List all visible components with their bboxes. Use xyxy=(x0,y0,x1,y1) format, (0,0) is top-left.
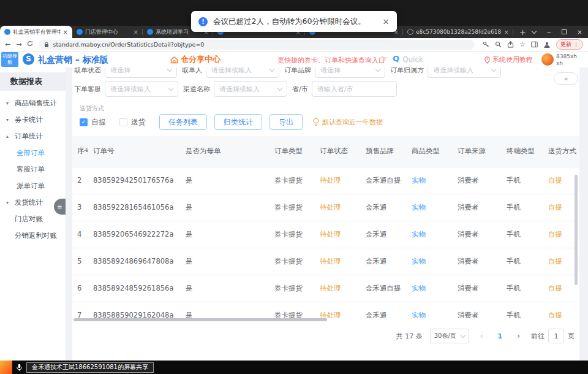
cell-seq: 4 xyxy=(72,221,88,248)
cell-delivery: 自提 xyxy=(543,302,579,318)
filter-select[interactable]: 请选择或输入 xyxy=(105,81,178,97)
zoom-icon[interactable] xyxy=(495,41,502,48)
cell-product_type[interactable]: 实物 xyxy=(407,221,453,248)
browser-tab[interactable]: e8c573080b1328a258fd2e618× xyxy=(403,26,513,38)
sidebar-collapse-handle[interactable]: ≡ xyxy=(54,199,66,215)
sidebar-item-门店对账[interactable]: 门店对账 xyxy=(0,211,66,227)
delivery-checkbox-label[interactable]: 送货 xyxy=(131,117,146,128)
tab-close-icon[interactable]: × xyxy=(134,29,138,36)
filter-row-1: 取单状态请选择取单人请选择或输入订单品牌请选择订单归属方请选择或输入 xyxy=(74,67,501,78)
export-button[interactable]: 导出 xyxy=(270,114,303,130)
cell-brand: 金禾通 xyxy=(361,302,407,318)
back-icon[interactable]: ← xyxy=(5,40,10,48)
tutorial-link[interactable]: 系统使用教程 xyxy=(484,55,533,64)
table-row: 783858859029162048a是券卡提货待处理金禾通实物消费者手机自提 xyxy=(72,302,579,318)
cell-product_type[interactable]: 实物 xyxy=(407,302,453,318)
table-header-row: 序号订单号是否为母单订单类型订单状态预售品牌商品类型订单来源终端类型送货方式 xyxy=(72,136,579,167)
sidebar-item-label: 全部订单 xyxy=(17,148,45,158)
side-panel-icon[interactable] xyxy=(531,41,538,48)
chevron-down-icon xyxy=(460,332,465,337)
prev-page-button[interactable]: ‹ xyxy=(477,332,487,340)
filter-label: 订单品牌 xyxy=(284,67,311,75)
filter-select[interactable]: 请选择 xyxy=(315,67,385,78)
sidebar-item-券卡统计[interactable]: ▾券卡统计 xyxy=(0,112,66,128)
quick-search-label[interactable]: Quick xyxy=(402,55,423,64)
sidebar-item-派单订单[interactable]: 派单订单 xyxy=(0,178,66,194)
cell-product_type[interactable]: 实物 xyxy=(407,275,453,302)
user-avatar[interactable] xyxy=(541,53,554,66)
cell-order_no: 83859228165461056a xyxy=(88,194,181,221)
filter-label: 取单状态 xyxy=(74,67,101,75)
new-tab-button[interactable]: + xyxy=(513,26,532,38)
vertical-scrollbar[interactable] xyxy=(575,175,578,285)
cell-product_type[interactable]: 实物 xyxy=(407,194,453,221)
sidebar-item-分销返利对账[interactable]: 分销返利对账 xyxy=(0,227,66,244)
window-restore-button[interactable] xyxy=(562,29,567,34)
expand-filters-button[interactable]: » xyxy=(554,72,578,85)
share-icon[interactable] xyxy=(507,41,514,48)
filter-select[interactable]: 请选择或输入 xyxy=(206,67,279,78)
share-center-link[interactable]: 仓分享中心 xyxy=(170,54,221,65)
microphone-icon[interactable] xyxy=(16,364,23,372)
task-list-button[interactable]: 任务列表 xyxy=(159,114,207,130)
tab-close-icon[interactable]: × xyxy=(63,29,68,36)
reload-icon[interactable] xyxy=(27,40,33,48)
sidebar-item-全部订单[interactable]: 全部订单 xyxy=(0,145,66,161)
filter-select[interactable]: 请选择 xyxy=(105,67,177,78)
function-nav-button[interactable]: 功能导航 xyxy=(1,52,18,67)
filter-field: 渠道名称请选择或输入 xyxy=(183,81,287,97)
table-body: 283859294250176576a是券卡提货待处理金禾通自提实物消费者手机自… xyxy=(72,167,579,318)
cell-type: 券卡提货 xyxy=(270,275,315,302)
placeholder: 请选择或输入 xyxy=(433,67,473,75)
page-size-select[interactable]: 30条/页 xyxy=(430,329,469,343)
pin-icon xyxy=(484,56,490,64)
sidebar-item-label: 发货统计 xyxy=(15,198,43,207)
chevron-up-icon: ▴ xyxy=(6,134,12,139)
cell-terminal: 手机 xyxy=(502,302,543,318)
filter-select[interactable]: 请选择或输入 xyxy=(428,67,501,78)
warehouse-icon xyxy=(170,56,178,64)
tab-close-icon[interactable]: × xyxy=(504,29,509,36)
query-tip: 默认查询近一年数据 xyxy=(312,118,383,127)
cell-seq: 6 xyxy=(72,275,88,302)
key-icon[interactable] xyxy=(483,41,489,48)
browser-tab[interactable]: 礼盒营销平台管理中心× xyxy=(0,26,72,38)
tab-title: e8c573080b1328a258fd2e618 xyxy=(416,29,502,35)
cell-product_type[interactable]: 实物 xyxy=(407,248,453,275)
kebab-menu-icon[interactable]: ⋮ xyxy=(573,42,579,48)
filter-label: 下单客服 xyxy=(74,85,101,94)
cell-brand: 金禾通 xyxy=(361,221,407,248)
profile-icon[interactable] xyxy=(543,41,551,48)
url-bar[interactable]: standard.maboy.cn/OrderStatisticsDetail?… xyxy=(39,40,475,50)
pickup-checkbox-label[interactable]: 自提 xyxy=(91,117,106,128)
filter-field: 省/市请输入省/市 xyxy=(292,81,397,97)
forward-icon[interactable]: → xyxy=(16,40,21,48)
category-stats-button[interactable]: 归类统计 xyxy=(214,114,262,130)
cell-status: 待处理 xyxy=(315,275,361,302)
cell-brand: 金禾通 xyxy=(361,194,407,221)
browser-tab[interactable]: 门店管理中心× xyxy=(72,26,143,38)
bookmark-star-icon[interactable]: ☆ xyxy=(519,40,526,48)
filter-input[interactable]: 请输入省/市 xyxy=(312,81,397,97)
horizontal-scrollbar[interactable] xyxy=(74,318,327,321)
delivery-checkbox[interactable] xyxy=(119,118,127,126)
sidebar-item-订单统计[interactable]: ▴订单统计 xyxy=(0,128,66,145)
cell-terminal: 手机 xyxy=(502,248,543,275)
sidebar-item-label: 商品销售统计 xyxy=(15,99,57,108)
cell-product_type[interactable]: 实物 xyxy=(407,167,453,194)
next-page-button[interactable]: › xyxy=(513,332,524,340)
filter-select[interactable]: 请选择或输入 xyxy=(214,81,287,97)
quick-search-icon[interactable]: Q xyxy=(393,54,399,63)
pickup-checkbox[interactable]: ✓ xyxy=(80,118,88,126)
goto-page-input[interactable] xyxy=(548,329,564,343)
close-icon[interactable]: × xyxy=(382,17,390,26)
window-minimize-button[interactable]: − xyxy=(546,29,551,36)
sidebar-item-label: 订单统计 xyxy=(15,132,43,141)
browser-update-button[interactable]: 更新 ⋮ xyxy=(556,39,583,50)
sidebar-item-客服订单[interactable]: 客服订单 xyxy=(0,161,66,178)
current-page[interactable]: 1 xyxy=(494,332,507,340)
window-close-button[interactable]: × xyxy=(577,29,582,36)
cell-source: 消费者 xyxy=(453,275,502,302)
tab-search-chevron-icon[interactable] xyxy=(532,28,537,33)
sidebar-item-商品销售统计[interactable]: ▾商品销售统计 xyxy=(0,95,66,112)
